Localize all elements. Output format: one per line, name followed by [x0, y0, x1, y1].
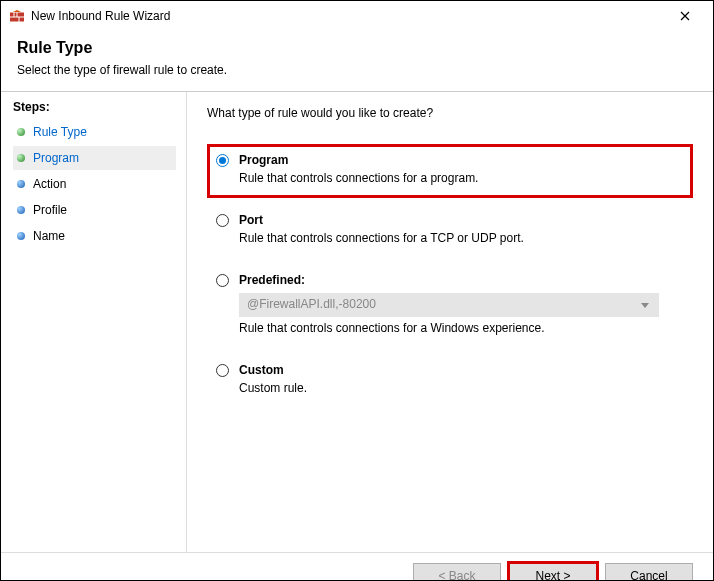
content-pane: What type of rule would you like to crea…: [186, 92, 713, 552]
step-label: Profile: [33, 203, 67, 217]
step-program[interactable]: Program: [13, 146, 176, 170]
option-description: Rule that controls connections for a Win…: [239, 321, 680, 335]
step-rule-type[interactable]: Rule Type: [13, 120, 176, 144]
step-bullet-icon: [17, 206, 25, 214]
option-description: Custom rule.: [239, 381, 680, 395]
page-subtitle: Select the type of firewall rule to crea…: [17, 63, 697, 77]
radio-custom[interactable]: [216, 364, 229, 377]
option-title: Port: [239, 213, 263, 227]
page-title: Rule Type: [17, 39, 697, 57]
radio-program[interactable]: [216, 154, 229, 167]
next-button[interactable]: Next >: [509, 563, 597, 581]
titlebar: New Inbound Rule Wizard: [1, 1, 713, 31]
option-description: Rule that controls connections for a TCP…: [239, 231, 680, 245]
step-label: Name: [33, 229, 65, 243]
step-bullet-icon: [17, 232, 25, 240]
step-action[interactable]: Action: [13, 172, 176, 196]
wizard-footer: < Back Next > Cancel: [1, 552, 713, 581]
option-predefined: Predefined:@FirewallAPI.dll,-80200Rule t…: [207, 264, 693, 348]
step-bullet-icon: [17, 128, 25, 136]
radio-predefined[interactable]: [216, 274, 229, 287]
cancel-button[interactable]: Cancel: [605, 563, 693, 581]
option-title: Predefined:: [239, 273, 305, 287]
step-bullet-icon: [17, 154, 25, 162]
rule-type-prompt: What type of rule would you like to crea…: [207, 106, 693, 120]
window-title: New Inbound Rule Wizard: [31, 9, 665, 23]
steps-sidebar: Steps: Rule TypeProgramActionProfileName: [1, 92, 186, 552]
option-title: Program: [239, 153, 288, 167]
step-profile[interactable]: Profile: [13, 198, 176, 222]
firewall-icon: [9, 8, 25, 24]
step-label: Rule Type: [33, 125, 87, 139]
steps-label: Steps:: [13, 100, 176, 114]
wizard-header: Rule Type Select the type of firewall ru…: [1, 31, 713, 87]
step-bullet-icon: [17, 180, 25, 188]
back-button[interactable]: < Back: [413, 563, 501, 581]
option-description: Rule that controls connections for a pro…: [239, 171, 680, 185]
option-title: Custom: [239, 363, 284, 377]
step-name[interactable]: Name: [13, 224, 176, 248]
predefined-select[interactable]: @FirewallAPI.dll,-80200: [239, 293, 659, 317]
step-label: Program: [33, 151, 79, 165]
radio-port[interactable]: [216, 214, 229, 227]
option-program: ProgramRule that controls connections fo…: [207, 144, 693, 198]
step-label: Action: [33, 177, 66, 191]
option-custom: CustomCustom rule.: [207, 354, 693, 408]
option-port: PortRule that controls connections for a…: [207, 204, 693, 258]
close-button[interactable]: [665, 1, 705, 31]
